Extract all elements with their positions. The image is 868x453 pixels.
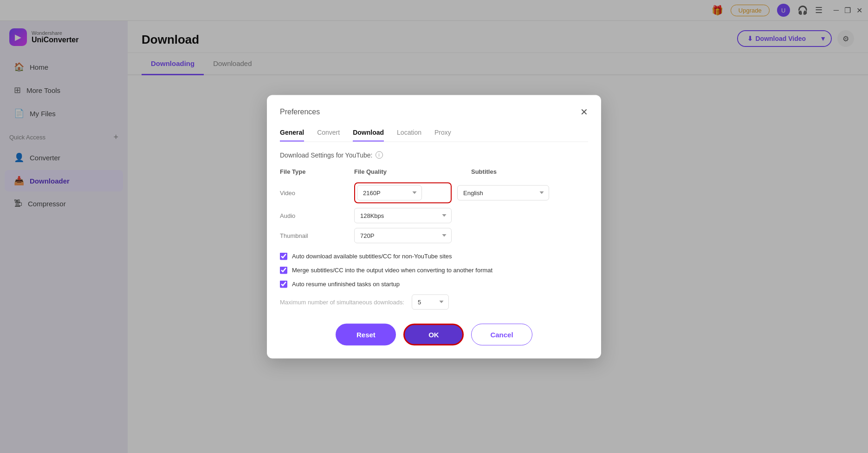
video-type-label: Video (280, 185, 354, 200)
dialog-tab-location[interactable]: Location (397, 125, 421, 141)
merge-subtitle-label: Merge subtitles/CC into the output video… (292, 267, 492, 274)
dialog-close-button[interactable]: ✕ (580, 106, 588, 117)
dialog-tab-download[interactable]: Download (353, 125, 384, 141)
reset-button[interactable]: Reset (336, 323, 396, 345)
thumbnail-quality-select[interactable]: 720P480P1080P (354, 228, 452, 243)
auto-resume-label: Auto resume unfinished tasks on startup (292, 281, 400, 288)
checkbox-auto-resume: Auto resume unfinished tasks on startup (280, 280, 588, 288)
dialog-section-title: Download Settings for YouTube: i (280, 151, 588, 158)
audio-quality-select[interactable]: 128Kbps64Kbps192Kbps256Kbps320Kbps (354, 208, 452, 223)
auto-subtitle-checkbox[interactable] (280, 252, 287, 260)
dialog-tab-general[interactable]: General (280, 125, 304, 141)
dialog-header: Preferences ✕ (280, 106, 588, 117)
dialog-tab-convert[interactable]: Convert (317, 125, 340, 141)
col-header-subtitles: Subtitles (471, 168, 588, 175)
settings-row-video: Video 2160P1440P1080P720P480P360P Englis… (280, 182, 588, 203)
info-icon[interactable]: i (376, 151, 383, 158)
dialog-tab-proxy[interactable]: Proxy (434, 125, 451, 141)
thumbnail-type-label: Thumbnail (280, 228, 354, 243)
cancel-button[interactable]: Cancel (471, 323, 532, 345)
preferences-dialog: Preferences ✕ General Convert Download L… (267, 95, 601, 358)
checkbox-auto-subtitle: Auto download available subtitles/CC for… (280, 252, 588, 260)
simultaneous-downloads-row: Maximum number of simultaneous downloads… (280, 294, 588, 309)
simultaneous-downloads-select[interactable]: 51234678 (412, 294, 449, 309)
checkbox-merge-subtitle: Merge subtitles/CC into the output video… (280, 266, 588, 274)
audio-type-label: Audio (280, 208, 354, 223)
settings-row-audio: Audio 128Kbps64Kbps192Kbps256Kbps320Kbps (280, 208, 588, 223)
dialog-title-text: Preferences (280, 107, 320, 116)
auto-subtitle-label: Auto download available subtitles/CC for… (292, 253, 452, 260)
video-subtitle-select[interactable]: EnglishChineseFrenchSpanishAuto (457, 185, 549, 200)
dialog-footer: Reset OK Cancel (280, 323, 588, 345)
auto-resume-checkbox[interactable] (280, 280, 287, 288)
dialog-tab-bar: General Convert Download Location Proxy (280, 125, 588, 142)
merge-subtitle-checkbox[interactable] (280, 266, 287, 274)
simultaneous-label-text: Maximum number of simultaneous downloads… (280, 298, 404, 305)
video-quality-box: 2160P1440P1080P720P480P360P (354, 182, 452, 203)
section-title-text: Download Settings for YouTube: (280, 151, 373, 158)
col-header-file-type: File Type (280, 168, 354, 175)
ok-button[interactable]: OK (403, 323, 464, 345)
video-quality-select[interactable]: 2160P1440P1080P720P480P360P (357, 185, 422, 200)
col-header-file-quality: File Quality (354, 168, 471, 175)
settings-row-thumbnail: Thumbnail 720P480P1080P (280, 228, 588, 243)
